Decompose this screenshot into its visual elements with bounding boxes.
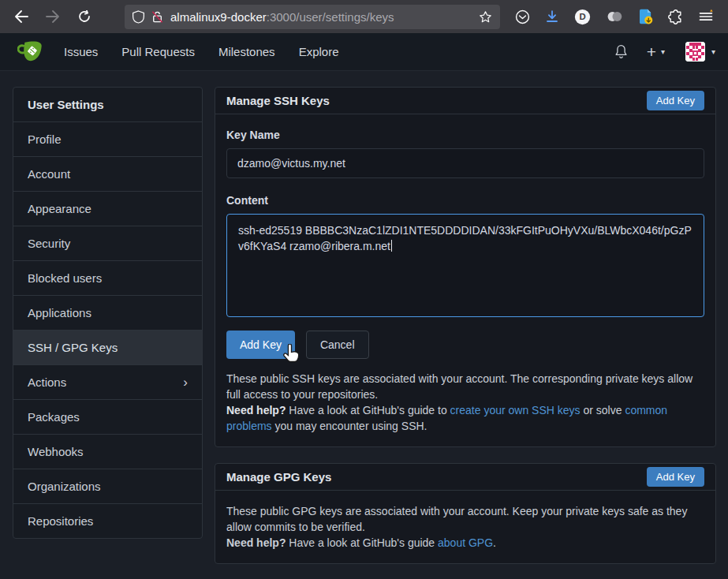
- app-menu-icon[interactable]: [698, 9, 714, 24]
- ssh-keys-description: These public SSH keys are associated wit…: [226, 371, 704, 434]
- avatar: [685, 42, 705, 62]
- insecure-lock-icon[interactable]: [151, 10, 163, 24]
- add-key-submit-button[interactable]: Add Key: [226, 331, 295, 359]
- firefox-window: { "browser": { "url": { "host": "almalin…: [0, 0, 728, 579]
- ssh-add-key-header-button[interactable]: Add Key: [647, 91, 704, 110]
- text-caret: [391, 240, 392, 252]
- plus-icon: +: [647, 43, 656, 60]
- sidebar-item-actions[interactable]: Actions›: [13, 364, 202, 399]
- sidebar-item-applications[interactable]: Applications: [13, 295, 202, 330]
- gitea-navbar: Issues Pull Requests Milestones Explore …: [0, 33, 728, 71]
- ssh-description-text: These public SSH keys are associated wit…: [226, 372, 693, 401]
- navbar-right: + ▾ ▾: [614, 42, 720, 62]
- tracking-shield-icon[interactable]: [133, 10, 144, 24]
- gpg-keys-description: These public GPG keys are associated wit…: [226, 503, 704, 551]
- chevron-down-icon: ▾: [711, 47, 715, 56]
- url-bar[interactable]: almalinux9-docker:3000/user/settings/key…: [125, 5, 500, 29]
- sidebar-item-security[interactable]: Security: [13, 226, 202, 260]
- gitea-logo-icon[interactable]: [17, 40, 44, 64]
- content-textarea[interactable]: ssh-ed25519 BBBBC3NzaC1lZDI1NTE5DDDDIDAN…: [226, 214, 704, 317]
- gpg-description-text: These public GPG keys are associated wit…: [226, 505, 687, 533]
- settings-main: Manage SSH Keys Add Key Key Name Content…: [215, 87, 716, 564]
- cancel-button[interactable]: Cancel: [306, 331, 369, 359]
- key-name-input[interactable]: [226, 148, 704, 178]
- manage-ssh-keys-panel: Manage SSH Keys Add Key Key Name Content…: [215, 87, 716, 447]
- svg-text:D: D: [579, 12, 585, 21]
- browser-toolbar: almalinux9-docker:3000/user/settings/key…: [0, 0, 728, 33]
- settings-page: User Settings Profile Account Appearance…: [0, 71, 728, 564]
- user-menu[interactable]: ▾: [685, 42, 715, 62]
- content-text: ssh-ed25519 BBBBC3NzaC1lZDI1NTE5DDDDIDAN…: [238, 224, 692, 252]
- sidebar-title: User Settings: [13, 88, 202, 121]
- nav-issues[interactable]: Issues: [52, 45, 110, 58]
- sidebar-item-profile[interactable]: Profile: [13, 121, 202, 156]
- sidebar-item-packages[interactable]: Packages: [13, 399, 202, 434]
- form-buttons: Add Key Cancel: [226, 331, 704, 359]
- content-label: Content: [226, 194, 704, 207]
- gpg-panel-body: These public GPG keys are associated wit…: [215, 491, 715, 563]
- reload-icon[interactable]: [71, 4, 98, 29]
- sidebar-item-repositories[interactable]: Repositories: [13, 503, 202, 538]
- pocket-icon[interactable]: [515, 9, 530, 24]
- sidebar-item-blocked-users[interactable]: Blocked users: [13, 260, 202, 295]
- nav-explore[interactable]: Explore: [287, 45, 351, 58]
- extension-d-icon[interactable]: D: [574, 9, 591, 25]
- url-host: almalinux9-docker: [170, 10, 267, 24]
- gpg-panel-title: Manage GPG Keys: [226, 470, 331, 484]
- extensions-puzzle-icon[interactable]: [668, 9, 683, 24]
- toolbar-extensions: D: [515, 9, 720, 25]
- gpg-need-help-label: Need help?: [226, 536, 286, 549]
- sidebar-item-account[interactable]: Account: [13, 156, 202, 191]
- downloads-icon[interactable]: [545, 9, 559, 24]
- create-ssh-keys-link[interactable]: create your own SSH keys: [450, 404, 581, 417]
- ssh-panel-title: Manage SSH Keys: [226, 94, 330, 107]
- extension-document-icon[interactable]: [638, 9, 653, 24]
- manage-gpg-keys-panel: Manage GPG Keys Add Key These public GPG…: [215, 463, 716, 564]
- url-text: almalinux9-docker:3000/user/settings/key…: [170, 10, 394, 24]
- sidebar-item-appearance[interactable]: Appearance: [13, 191, 202, 226]
- settings-sidebar: User Settings Profile Account Appearance…: [13, 87, 203, 539]
- forward-arrow-icon[interactable]: [39, 4, 66, 29]
- chevron-right-icon: ›: [183, 375, 188, 389]
- gpg-panel-header: Manage GPG Keys Add Key: [215, 464, 715, 491]
- create-new-menu[interactable]: + ▾: [647, 43, 665, 60]
- sidebar-item-ssh-gpg-keys[interactable]: SSH / GPG Keys: [13, 330, 202, 364]
- url-path: :3000/user/settings/keys: [267, 10, 394, 24]
- ssh-need-help-label: Need help?: [226, 404, 286, 417]
- bookmark-star-icon[interactable]: [479, 10, 492, 24]
- nav-pull-requests[interactable]: Pull Requests: [110, 45, 207, 58]
- notifications-bell-icon[interactable]: [614, 44, 628, 59]
- back-arrow-icon[interactable]: [8, 4, 35, 29]
- ssh-key-form: Key Name Content ssh-ed25519 BBBBC3NzaC1…: [215, 114, 715, 446]
- extension-circles-icon[interactable]: [606, 9, 623, 24]
- sidebar-item-organizations[interactable]: Organizations: [13, 469, 202, 503]
- chevron-down-icon: ▾: [661, 47, 665, 56]
- nav-milestones[interactable]: Milestones: [207, 45, 287, 58]
- gpg-add-key-header-button[interactable]: Add Key: [647, 467, 704, 487]
- about-gpg-link[interactable]: about GPG: [438, 536, 493, 549]
- ssh-panel-header: Manage SSH Keys Add Key: [215, 88, 715, 114]
- sidebar-item-webhooks[interactable]: Webhooks: [13, 434, 202, 469]
- key-name-label: Key Name: [226, 129, 704, 141]
